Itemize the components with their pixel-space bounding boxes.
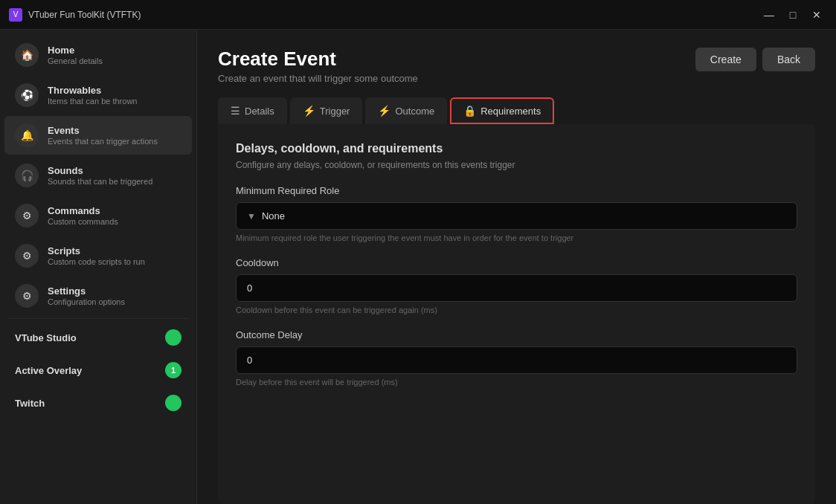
- sidebar-sub-commands: Custom commands: [48, 217, 118, 226]
- tab-label-trigger: Trigger: [320, 106, 350, 117]
- sidebar-status-twitch[interactable]: Twitch: [4, 387, 192, 419]
- create-button[interactable]: Create: [695, 48, 756, 71]
- page-title: Create Event: [218, 48, 418, 71]
- input-cooldown[interactable]: [236, 274, 797, 302]
- tab-icon-requirements: 🔒: [463, 105, 476, 117]
- tab-trigger[interactable]: ⚡ Trigger: [290, 97, 363, 124]
- sidebar-sub-sounds: Sounds that can be triggered: [48, 177, 152, 186]
- app-icon: V: [9, 8, 22, 22]
- header-buttons: Create Back: [695, 48, 815, 71]
- field-label-min-required-role: Minimum Required Role: [236, 185, 797, 196]
- sidebar-item-scripts[interactable]: ⚙ Scripts Custom code scripts to run: [4, 236, 192, 275]
- content-panel: Delays, cooldown, and requirements Confi…: [218, 124, 815, 504]
- sidebar-icon-home: 🏠: [15, 43, 39, 67]
- field-label-cooldown: Cooldown: [236, 257, 797, 268]
- sidebar-icon-throwables: ⚽: [15, 83, 39, 107]
- back-button[interactable]: Back: [762, 48, 815, 71]
- main-layout: 🏠 Home General details ⚽ Throwables Item…: [0, 30, 836, 504]
- select-value-min-required-role: None: [262, 210, 285, 222]
- sidebar-icon-sounds: 🎧: [15, 164, 39, 187]
- status-dot-vtube-studio: [165, 329, 181, 346]
- content-area: Create Event Create an event that will t…: [197, 30, 836, 504]
- sidebar-status-active-overlay[interactable]: Active Overlay 1: [4, 355, 192, 386]
- status-label-twitch: Twitch: [15, 398, 45, 409]
- section-title: Delays, cooldown, and requirements: [236, 142, 797, 155]
- status-label-vtube-studio: VTube Studio: [15, 332, 77, 343]
- field-help-cooldown: Cooldown before this event can be trigge…: [236, 306, 797, 314]
- tab-bar: ☰ Details ⚡ Trigger ⚡ Outcome 🔒 Requirem…: [218, 97, 815, 124]
- tab-details[interactable]: ☰ Details: [218, 97, 287, 124]
- sidebar-item-settings[interactable]: ⚙ Settings Configuration options: [4, 277, 192, 315]
- sidebar-status-vtube-studio[interactable]: VTube Studio: [4, 322, 192, 353]
- sidebar-item-commands[interactable]: ⚙ Commands Custom commands: [4, 196, 192, 235]
- status-label-active-overlay: Active Overlay: [15, 365, 82, 376]
- tab-label-outcome: Outcome: [395, 106, 434, 117]
- sidebar-label-scripts: Scripts: [48, 245, 145, 256]
- status-dot-active-overlay: 1: [165, 362, 181, 378]
- sidebar-label-throwables: Throwables: [48, 85, 137, 96]
- field-group-outcome-delay: Outcome Delay Delay before this event wi…: [236, 329, 797, 387]
- tab-icon-trigger: ⚡: [303, 105, 315, 117]
- tab-icon-details: ☰: [231, 105, 240, 117]
- sidebar-icon-scripts: ⚙: [15, 244, 39, 268]
- sidebar-sub-throwables: Items that can be thrown: [48, 97, 137, 106]
- sidebar-sub-home: General details: [48, 56, 103, 65]
- content-header: Create Event Create an event that will t…: [218, 48, 815, 84]
- tab-outcome[interactable]: ⚡ Outcome: [365, 97, 447, 124]
- sidebar-icon-settings: ⚙: [15, 284, 39, 308]
- input-outcome-delay[interactable]: [236, 346, 797, 374]
- page-subtitle: Create an event that will trigger some o…: [218, 73, 418, 84]
- sidebar-icon-events: 🔔: [15, 123, 39, 147]
- sidebar-sub-settings: Configuration options: [48, 297, 125, 306]
- title-bar: V VTuber Fun ToolKit (VTFTK) — □ ✕: [0, 0, 836, 30]
- field-group-cooldown: Cooldown Cooldown before this event can …: [236, 257, 797, 314]
- sidebar-divider: [7, 318, 189, 319]
- sidebar-item-home[interactable]: 🏠 Home General details: [4, 36, 192, 74]
- minimize-button[interactable]: —: [759, 7, 779, 22]
- close-button[interactable]: ✕: [806, 7, 827, 22]
- tab-icon-outcome: ⚡: [378, 105, 390, 117]
- sidebar-sub-scripts: Custom code scripts to run: [48, 257, 145, 266]
- sidebar-label-commands: Commands: [48, 205, 118, 216]
- maximize-button[interactable]: □: [782, 7, 803, 22]
- tab-label-requirements: Requirements: [480, 106, 541, 117]
- status-dot-twitch: [165, 395, 181, 411]
- select-min-required-role[interactable]: ▼ None: [236, 202, 797, 230]
- sidebar-label-sounds: Sounds: [48, 165, 152, 176]
- sidebar-sub-events: Events that can trigger actions: [48, 137, 158, 146]
- sidebar-label-settings: Settings: [48, 285, 125, 297]
- field-group-min-required-role: Minimum Required Role ▼ None Minimum req…: [236, 185, 797, 242]
- field-help-min-required-role: Minimum required role the user triggerin…: [236, 233, 797, 242]
- field-help-outcome-delay: Delay before this event will be triggere…: [236, 378, 797, 387]
- section-desc: Configure any delays, cooldown, or requi…: [236, 160, 797, 170]
- field-label-outcome-delay: Outcome Delay: [236, 329, 797, 340]
- sidebar-item-throwables[interactable]: ⚽ Throwables Items that can be thrown: [4, 76, 192, 114]
- select-arrow-min-required-role: ▼: [247, 211, 256, 222]
- sidebar-label-events: Events: [48, 125, 158, 136]
- tab-requirements[interactable]: 🔒 Requirements: [450, 97, 554, 124]
- sidebar-label-home: Home: [48, 45, 103, 56]
- sidebar-icon-commands: ⚙: [15, 204, 39, 227]
- app-title: VTuber Fun ToolKit (VTFTK): [28, 10, 141, 20]
- sidebar-item-sounds[interactable]: 🎧 Sounds Sounds that can be triggered: [4, 156, 192, 195]
- tab-label-details: Details: [245, 106, 274, 117]
- sidebar-item-events[interactable]: 🔔 Events Events that can trigger actions: [4, 116, 192, 155]
- sidebar: 🏠 Home General details ⚽ Throwables Item…: [0, 30, 197, 504]
- window-controls: — □ ✕: [759, 7, 827, 22]
